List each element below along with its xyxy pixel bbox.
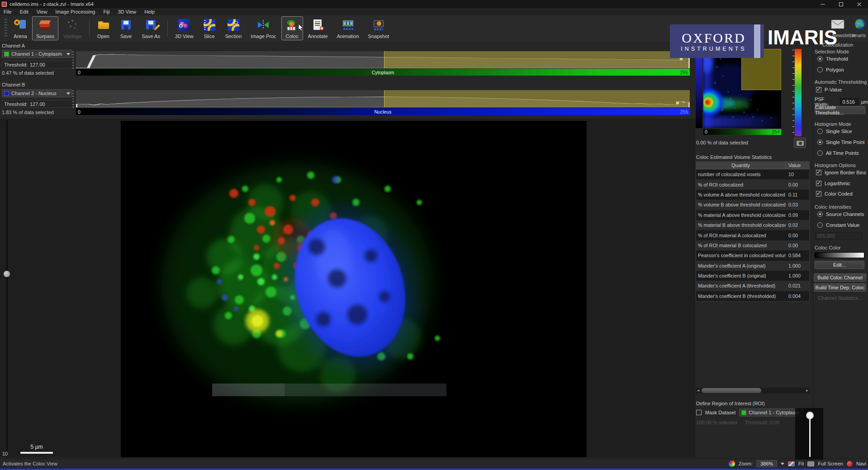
channel-a-histogram[interactable] xyxy=(76,51,690,68)
edit-color-button[interactable]: Edit... xyxy=(815,261,864,269)
image-proc-button[interactable]: Image Proc xyxy=(247,16,280,40)
channel-b-dropdown[interactable]: Channel 2 - Nucleus xyxy=(2,89,72,97)
channel-b-threshold-zone[interactable] xyxy=(384,90,690,107)
surpass-button[interactable]: Surpass xyxy=(32,16,58,40)
table-row[interactable]: Mander's coefficient A (original) 1.000 xyxy=(696,261,809,271)
table-row[interactable]: % volume A above threshold colocalized 0… xyxy=(696,190,809,200)
radio-single-slice[interactable]: Single Slice xyxy=(817,129,852,134)
slice-button[interactable]: Slice xyxy=(199,16,220,40)
radio-icon xyxy=(817,211,823,217)
coloc-color-header: Coloc Color xyxy=(815,245,840,250)
arena-button[interactable]: Arena xyxy=(9,16,31,40)
build-coloc-channel-button[interactable]: Build Coloc Channel xyxy=(814,273,866,282)
fit-label[interactable]: Fit xyxy=(798,461,804,466)
channel-b-threshold-field[interactable]: Threshold: 127.00 xyxy=(2,100,72,108)
checkbox-p-value[interactable]: P-Value xyxy=(816,87,842,92)
coloc-color-gradient[interactable] xyxy=(815,252,864,258)
scrollbar-track[interactable] xyxy=(701,388,805,393)
overlay-slider[interactable] xyxy=(795,408,823,460)
save-as-button[interactable]: Save As xyxy=(138,16,164,40)
table-row[interactable]: % material A above threshold colocalized… xyxy=(696,210,809,220)
table-row[interactable]: Mander's coefficient B (thresholded) 0.0… xyxy=(696,291,809,301)
build-time-dep-coloc-button[interactable]: Build Time Dep. Coloc xyxy=(814,283,866,292)
radio-polygon[interactable]: Polygon xyxy=(817,67,844,72)
annotate-button[interactable]: Annotate xyxy=(304,16,332,40)
slice-slider-track[interactable] xyxy=(6,120,8,456)
column-value[interactable]: Value xyxy=(786,162,809,169)
navi-label[interactable]: Navi xyxy=(856,461,866,466)
menu-item[interactable]: Help xyxy=(144,9,155,14)
roi-channel-dropdown[interactable]: Channel 1 - Cytoplasm xyxy=(739,408,803,417)
navi-icon[interactable] xyxy=(847,461,853,467)
menu-item[interactable]: View xyxy=(37,9,47,14)
stat-value: 1.000 xyxy=(786,273,809,278)
channel-a-threshold-field[interactable]: Threshold: 127.00 xyxy=(2,61,72,68)
table-row[interactable]: Pearson's coefficient in colocalized vol… xyxy=(696,250,809,260)
radio-single-time-point[interactable]: Single Time Point xyxy=(817,139,865,145)
table-row[interactable]: % of ROI colocalized 0.00 xyxy=(696,179,809,189)
psf-unit-label: µm xyxy=(861,99,868,105)
roi-info-text: 100.00 % selected Threshold: 0.00 xyxy=(696,420,786,425)
scroll-left-arrow[interactable]: ◄ xyxy=(696,388,701,393)
table-row[interactable]: % of ROI material A colocalized 0.00 xyxy=(696,230,809,240)
radio-source-channels[interactable]: Source Channels xyxy=(817,211,864,217)
maximize-icon xyxy=(839,2,843,6)
table-row[interactable]: % material B above threshold colocalized… xyxy=(696,220,809,230)
coloc-icon xyxy=(285,19,299,31)
close-button[interactable] xyxy=(850,0,868,8)
table-row[interactable]: Mander's coefficient B (original) 1.000 xyxy=(696,271,809,281)
fit-icon[interactable] xyxy=(788,461,795,466)
zoom-value-dropdown[interactable]: 386% xyxy=(756,460,777,467)
stat-value: 0.00 xyxy=(786,182,809,187)
imaris-link-label[interactable]: Imaris xyxy=(852,33,866,38)
scrollbar-thumb[interactable] xyxy=(702,388,761,393)
table-row[interactable]: number of colocalized voxels 10 xyxy=(696,169,809,179)
full-screen-icon[interactable] xyxy=(807,461,814,466)
snapshot-button[interactable]: Snapshot xyxy=(364,16,393,40)
section-button[interactable]: Section xyxy=(221,16,246,40)
color-wheel-icon[interactable] xyxy=(729,460,735,467)
coloc-button[interactable]: Coloc xyxy=(281,16,303,40)
slice-slider-handle[interactable] xyxy=(4,271,10,277)
calculate-thresholds-button[interactable]: Calculate Thresholds... xyxy=(815,106,865,114)
checkbox-color-coded[interactable]: Color Coded xyxy=(816,191,853,197)
channel-b-histogram[interactable] xyxy=(76,90,690,107)
mask-dataset-checkbox[interactable] xyxy=(696,410,702,415)
image-canvas[interactable]: 5 µm 10 xyxy=(0,119,695,457)
3d-view-button[interactable]: 3D View xyxy=(171,16,198,40)
checkbox-logarithmic[interactable]: Logarithmic xyxy=(816,181,850,186)
minimize-button[interactable] xyxy=(814,0,832,8)
radio-threshold[interactable]: Threshold xyxy=(817,56,848,62)
save-button[interactable]: Save xyxy=(115,16,137,40)
maximize-button[interactable] xyxy=(832,0,850,8)
open-button[interactable]: Open xyxy=(93,16,114,40)
channel-a-dropdown[interactable]: Channel 1 - Cytoplasm xyxy=(2,50,72,58)
table-row[interactable]: % of ROI material B colocalized 0.00 xyxy=(696,240,809,250)
animation-button[interactable]: Animation xyxy=(333,16,363,40)
column-quantity[interactable]: Quantity xyxy=(696,162,786,169)
imaris-globe-icon[interactable] xyxy=(855,19,865,29)
save-icon xyxy=(119,19,133,31)
2d-histogram-plot[interactable] xyxy=(703,49,781,128)
menu-item[interactable]: Fiji xyxy=(103,9,109,14)
toolbar-grip[interactable] xyxy=(5,19,7,38)
horizontal-scrollbar[interactable]: ◄ ► xyxy=(696,388,810,393)
zoom-label: Zoom: xyxy=(739,461,753,466)
table-row[interactable]: % volume B above threshold colocalized 0… xyxy=(696,200,809,210)
full-screen-label[interactable]: Full Screen xyxy=(818,461,843,466)
menu-item[interactable]: Image Processing xyxy=(55,9,95,14)
cell-microscopy-image[interactable] xyxy=(121,121,587,457)
table-row[interactable]: Mander's coefficient A (thresholded) 0.0… xyxy=(696,281,809,291)
menu-item[interactable]: File xyxy=(4,9,12,14)
checkbox-ignore-border-bins[interactable]: Ignore Border Bins xyxy=(816,170,866,175)
menu-item[interactable]: 3D View xyxy=(118,9,136,14)
overlay-slider-track[interactable] xyxy=(809,418,811,457)
imaris-window: celldemo.ims - z-stack.zvi - Imaris x64 … xyxy=(0,0,868,470)
channel-a-threshold-zone[interactable] xyxy=(384,51,690,68)
radio-constant-value[interactable]: Constant Value xyxy=(817,222,859,228)
chevron-down-icon[interactable] xyxy=(781,463,784,465)
scroll-right-arrow[interactable]: ► xyxy=(805,388,810,393)
histogram-snapshot-button[interactable] xyxy=(794,138,806,148)
menu-item[interactable]: Edit xyxy=(20,9,28,14)
radio-all-time-points[interactable]: All Time Points xyxy=(817,150,859,156)
